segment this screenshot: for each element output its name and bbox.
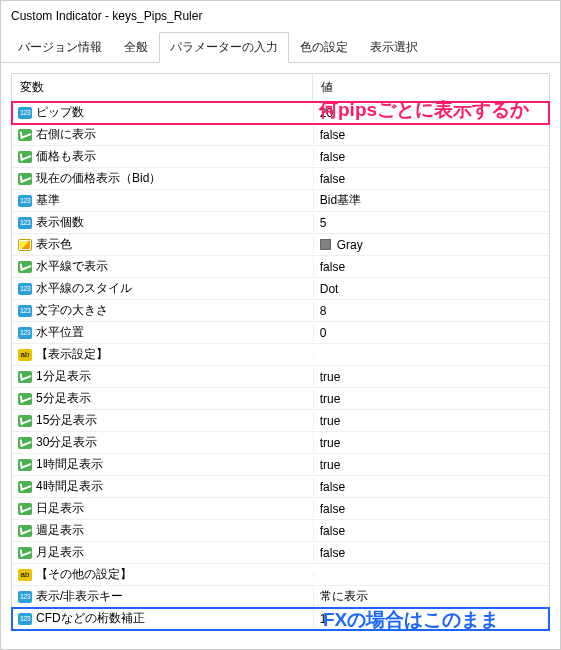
color-swatch <box>320 239 331 250</box>
table-row[interactable]: 表示/非表示キー常に表示 <box>12 586 549 608</box>
table-row[interactable]: 月足表示false <box>12 542 549 564</box>
window-title: Custom Indicator - keys_Pips_Ruler <box>1 1 560 29</box>
param-value-cell[interactable]: 0 <box>313 324 549 342</box>
param-name-label: 表示色 <box>36 236 72 253</box>
param-value-cell[interactable]: 1 <box>313 610 549 628</box>
param-value-cell[interactable]: 5 <box>313 214 549 232</box>
param-name-label: 水平線のスタイル <box>36 280 132 297</box>
tab-general[interactable]: 全般 <box>113 32 159 63</box>
param-name-label: 現在の価格表示（Bid） <box>36 170 161 187</box>
param-value-cell[interactable]: true <box>313 390 549 408</box>
int-type-icon <box>18 305 32 317</box>
param-value-cell[interactable]: false <box>313 258 549 276</box>
table-row[interactable]: 【その他の設定】 <box>12 564 549 586</box>
table-row[interactable]: ピップ数20 <box>12 102 549 124</box>
table-row[interactable]: 4時間足表示false <box>12 476 549 498</box>
table-row[interactable]: 5分足表示true <box>12 388 549 410</box>
table-row[interactable]: 週足表示false <box>12 520 549 542</box>
param-value-cell[interactable]: false <box>313 148 549 166</box>
table-row[interactable]: 表示個数5 <box>12 212 549 234</box>
param-value-label: true <box>320 392 341 406</box>
bool-type-icon <box>18 151 32 163</box>
param-name-cell: 文字の大きさ <box>12 300 313 321</box>
param-value-cell[interactable] <box>313 353 549 357</box>
param-value-label: false <box>320 172 345 186</box>
int-type-icon <box>18 283 32 295</box>
param-value-cell[interactable]: false <box>313 170 549 188</box>
param-value-cell[interactable]: false <box>313 544 549 562</box>
grid-header: 変数 値 <box>12 74 549 102</box>
str-type-icon <box>18 349 32 361</box>
param-value-cell[interactable]: Gray <box>313 236 549 254</box>
param-name-cell: 4時間足表示 <box>12 476 313 497</box>
table-row[interactable]: 【表示設定】 <box>12 344 549 366</box>
param-value-cell[interactable]: true <box>313 456 549 474</box>
tab-bar: バージョン情報 全般 パラメーターの入力 色の設定 表示選択 <box>1 29 560 63</box>
param-name-label: 月足表示 <box>36 544 84 561</box>
bool-type-icon <box>18 459 32 471</box>
bool-type-icon <box>18 547 32 559</box>
param-name-cell: 水平位置 <box>12 322 313 343</box>
header-value[interactable]: 値 <box>313 74 549 101</box>
table-row[interactable]: CFDなどの桁数補正1 <box>12 608 549 630</box>
param-name-cell: 月足表示 <box>12 542 313 563</box>
table-row[interactable]: 文字の大きさ8 <box>12 300 549 322</box>
table-row[interactable]: 水平線で表示false <box>12 256 549 278</box>
param-value-cell[interactable]: 8 <box>313 302 549 320</box>
param-value-cell[interactable]: Bid基準 <box>313 190 549 211</box>
bool-type-icon <box>18 503 32 515</box>
table-row[interactable]: 右側に表示false <box>12 124 549 146</box>
param-name-label: 30分足表示 <box>36 434 97 451</box>
tab-colors[interactable]: 色の設定 <box>289 32 359 63</box>
header-variable[interactable]: 変数 <box>12 74 313 101</box>
param-value-cell[interactable]: false <box>313 522 549 540</box>
int-type-icon <box>18 327 32 339</box>
param-name-label: 水平位置 <box>36 324 84 341</box>
bool-type-icon <box>18 525 32 537</box>
param-value-cell[interactable]: 20 <box>313 104 549 122</box>
table-row[interactable]: 水平位置0 <box>12 322 549 344</box>
table-row[interactable]: 水平線のスタイルDot <box>12 278 549 300</box>
param-value-label: false <box>320 502 345 516</box>
param-value-cell[interactable]: 常に表示 <box>313 586 549 607</box>
param-value-cell[interactable]: false <box>313 478 549 496</box>
param-name-label: 週足表示 <box>36 522 84 539</box>
table-row[interactable]: 現在の価格表示（Bid）false <box>12 168 549 190</box>
bool-type-icon <box>18 173 32 185</box>
param-name-label: 基準 <box>36 192 60 209</box>
table-row[interactable]: 1時間足表示true <box>12 454 549 476</box>
param-value-cell[interactable]: true <box>313 368 549 386</box>
param-value-cell[interactable] <box>313 573 549 577</box>
param-name-label: ピップ数 <box>36 104 84 121</box>
param-value-cell[interactable]: false <box>313 500 549 518</box>
table-row[interactable]: 価格も表示false <box>12 146 549 168</box>
param-name-label: 表示/非表示キー <box>36 588 123 605</box>
param-name-label: 4時間足表示 <box>36 478 103 495</box>
bool-type-icon <box>18 437 32 449</box>
table-row[interactable]: 30分足表示true <box>12 432 549 454</box>
param-value-label: false <box>320 260 345 274</box>
tab-display[interactable]: 表示選択 <box>359 32 429 63</box>
tab-version[interactable]: バージョン情報 <box>7 32 113 63</box>
table-row[interactable]: 基準Bid基準 <box>12 190 549 212</box>
param-name-label: 1分足表示 <box>36 368 91 385</box>
table-row[interactable]: 15分足表示true <box>12 410 549 432</box>
param-value-label: 8 <box>320 304 327 318</box>
int-type-icon <box>18 217 32 229</box>
param-value-label: 20 <box>320 106 333 120</box>
param-name-cell: 15分足表示 <box>12 410 313 431</box>
int-type-icon <box>18 195 32 207</box>
param-value-label: 常に表示 <box>320 588 368 605</box>
tab-parameters[interactable]: パラメーターの入力 <box>159 32 289 63</box>
table-row[interactable]: 日足表示false <box>12 498 549 520</box>
table-row[interactable]: 1分足表示true <box>12 366 549 388</box>
param-value-label: false <box>320 150 345 164</box>
param-value-cell[interactable]: false <box>313 126 549 144</box>
param-name-label: 右側に表示 <box>36 126 96 143</box>
param-value-cell[interactable]: true <box>313 434 549 452</box>
table-row[interactable]: 表示色Gray <box>12 234 549 256</box>
param-value-cell[interactable]: Dot <box>313 280 549 298</box>
param-name-label: 【その他の設定】 <box>36 566 132 583</box>
param-value-cell[interactable]: true <box>313 412 549 430</box>
param-name-cell: 5分足表示 <box>12 388 313 409</box>
